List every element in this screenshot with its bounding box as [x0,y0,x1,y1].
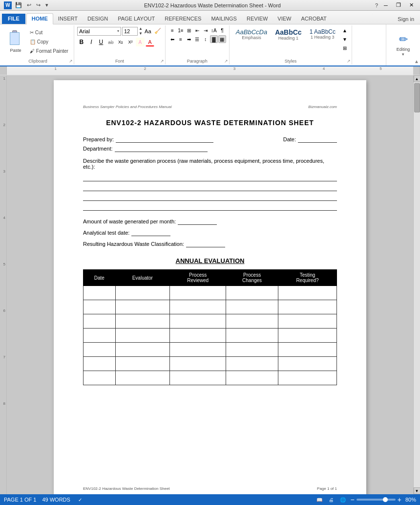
cell[interactable] [115,300,170,314]
cell[interactable] [226,371,278,385]
cell[interactable] [115,286,170,300]
font-color-button[interactable]: A [146,38,154,46]
multilevel-list-button[interactable]: ⊞ [185,26,193,34]
prepared-by-line[interactable] [116,136,213,143]
zoom-track[interactable] [357,499,396,501]
font-name-box[interactable]: Arial ▾ [77,27,121,36]
styles-expand-icon[interactable]: ↗ [347,59,351,64]
minimize-button[interactable]: ─ [381,1,391,9]
numbered-list-button[interactable]: 1≡ [177,26,185,34]
line-spacing-button[interactable]: ↕ [202,35,210,43]
department-line[interactable] [115,146,208,152]
sort-button[interactable]: ↕A [210,26,218,34]
shading-button[interactable]: ▓ [210,35,218,43]
text-highlight-button[interactable]: A [136,38,145,46]
zoom-plus-button[interactable]: + [398,496,401,503]
justify-button[interactable]: ☰ [193,35,201,43]
increase-indent-button[interactable]: ⇥ [202,26,210,34]
scroll-down-button[interactable]: ▼ [414,487,420,494]
font-size-box[interactable]: 12 [122,27,138,36]
copy-button[interactable]: 📋 Copy [27,38,71,46]
paste-button[interactable]: Paste [5,26,26,55]
clear-format-button[interactable]: 🧹 [153,27,162,36]
cell[interactable] [278,357,336,371]
bullet-list-button[interactable]: ≡ [168,26,176,34]
customize-qat-button[interactable]: ▾ [44,1,50,9]
cell[interactable] [84,314,116,329]
collapse-ribbon-button[interactable]: ▲ [413,58,420,65]
font-expand-icon[interactable]: ↗ [160,59,164,64]
cell[interactable] [226,300,278,314]
zoom-thumb[interactable] [383,497,388,502]
proofing-icon[interactable]: ✓ [76,496,84,504]
paragraph-expand-icon[interactable]: ↗ [224,59,228,64]
classification-line[interactable] [186,241,225,247]
strikethrough-button[interactable]: ab [106,38,115,46]
cell[interactable] [226,329,278,343]
analytical-line[interactable] [131,230,170,236]
cell[interactable] [170,371,226,385]
cell[interactable] [84,286,116,300]
cell[interactable] [226,286,278,300]
redo-qat-button[interactable]: ↪ [35,1,42,9]
save-qat-button[interactable]: 💾 [14,1,23,9]
cell[interactable] [278,371,336,385]
cell[interactable] [278,300,336,314]
cell[interactable] [226,314,278,329]
style-heading3-button[interactable]: 1 AaBbCc 1 Heading 3 [306,26,339,42]
cell[interactable] [170,286,226,300]
style-heading1-button[interactable]: AaBbCc Heading 1 [272,26,305,43]
cell[interactable] [278,314,336,329]
cell[interactable] [84,300,116,314]
cell[interactable] [115,343,170,357]
tab-home[interactable]: HOME [26,13,53,24]
cell[interactable] [278,286,336,300]
desc-line-1[interactable] [83,174,337,181]
align-left-button[interactable]: ⬅ [168,35,176,43]
cell[interactable] [278,329,336,343]
cut-button[interactable]: ✂ Cut [27,28,71,37]
restore-button[interactable]: ❐ [394,1,403,9]
desc-line-2[interactable] [83,183,337,191]
styles-scroll-down[interactable]: ▼ [341,35,349,43]
subscript-button[interactable]: X₂ [116,38,125,46]
bold-button[interactable]: B [77,38,86,46]
tab-review[interactable]: REVIEW [242,14,273,24]
tab-mailings[interactable]: MAILINGS [206,14,242,24]
cell[interactable] [84,357,116,371]
styles-expand-button[interactable]: ⊞ [341,44,349,52]
read-view-icon[interactable]: 📖 [315,496,323,504]
cell[interactable] [84,371,116,385]
tab-references[interactable]: REFERENCES [160,14,206,24]
zoom-minus-button[interactable]: − [351,496,355,503]
tab-design[interactable]: DESIGN [83,14,113,24]
signin-button[interactable]: Sign in [394,14,418,24]
borders-button[interactable]: ▦ [218,35,226,43]
tab-acrobat[interactable]: ACROBAT [296,14,331,24]
font-shrink-button[interactable]: ▼ [139,31,143,36]
show-marks-button[interactable]: ¶ [218,26,226,34]
close-button[interactable]: ✕ [406,1,416,9]
decrease-indent-button[interactable]: ⇤ [193,26,201,34]
cell[interactable] [170,300,226,314]
tab-insert[interactable]: INSERT [53,14,83,24]
cell[interactable] [170,329,226,343]
print-view-icon[interactable]: 🖨 [327,496,335,504]
cell[interactable] [84,329,116,343]
tab-file[interactable]: FILE [2,14,25,24]
style-emphasis-button[interactable]: AaBbCcDa Emphasis [232,26,271,43]
styles-scroll-up[interactable]: ▲ [341,26,349,34]
tab-page-layout[interactable]: PAGE LAYOUT [113,14,160,24]
cell[interactable] [170,343,226,357]
superscript-button[interactable]: X² [126,38,135,46]
date-line[interactable] [298,136,337,143]
align-center-button[interactable]: ≡ [177,35,185,43]
scroll-area[interactable]: Business Sampler Policies and Procedures… [7,75,413,494]
cell[interactable] [226,357,278,371]
tab-view[interactable]: VIEW [273,14,296,24]
underline-button[interactable]: U [97,38,105,46]
format-painter-button[interactable]: 🖌 Format Painter [27,47,71,55]
italic-button[interactable]: I [87,38,96,46]
desc-line-4[interactable] [83,203,337,211]
font-grow-button[interactable]: ▲ [139,26,143,31]
